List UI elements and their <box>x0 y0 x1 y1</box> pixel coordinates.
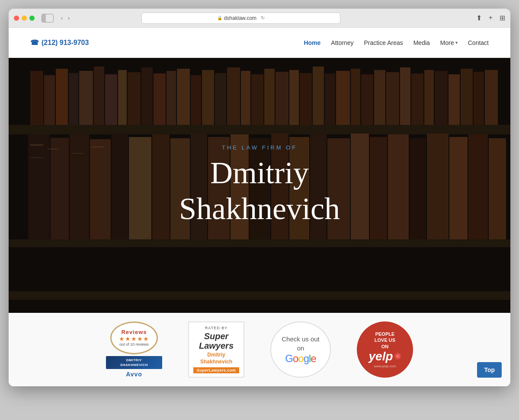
nav-more-dropdown[interactable]: More ▾ <box>440 39 458 46</box>
phone-icon: ☎ <box>30 38 39 47</box>
site-nav: Home Attorney Practice Areas Media More … <box>304 39 489 46</box>
yelp-text: yelp <box>368 350 393 363</box>
google-line1: Check us out <box>282 334 320 344</box>
refresh-icon[interactable]: ↻ <box>261 15 265 21</box>
nav-home[interactable]: Home <box>304 39 320 46</box>
yelp-website: www.yelp.com <box>374 364 396 368</box>
browser-window: ‹ › 🔒 dshaklaw.com ↻ ⬆ + ⊞ ☎ (212) 913-9… <box>9 9 510 386</box>
dot-minimize[interactable] <box>22 16 27 21</box>
avvo-count: out of 10 reviews <box>119 342 149 347</box>
nav-more-label: More <box>440 39 454 46</box>
g-letter-4: g <box>304 353 309 364</box>
yelp-line1: PEOPLE <box>375 331 395 337</box>
yelp-burst-icon: ✳ <box>394 351 401 362</box>
phone-number: ☎ (212) 913-9703 <box>30 38 89 47</box>
site-header: ☎ (212) 913-9703 Home Attorney Practice … <box>9 28 510 58</box>
browser-actions: ⬆ + ⊞ <box>476 14 505 22</box>
g-letter-3: o <box>298 353 303 364</box>
google-wordmark: Google <box>285 353 316 365</box>
tabs-icon[interactable]: ⊞ <box>500 14 505 22</box>
chevron-down-icon: ▾ <box>455 40 458 45</box>
yelp-people-love: PEOPLE LOVE US ON <box>375 331 395 350</box>
super-lawyers-badge[interactable]: RATED BY Super Lawyers Dmitriy Shakhnevi… <box>188 321 244 378</box>
dot-maximize[interactable] <box>29 16 35 21</box>
browser-dots <box>14 16 35 21</box>
hero-subtitle: THE LAW FIRM OF <box>222 144 297 151</box>
hero-title: Dmitriy Shakhnevich <box>179 155 340 227</box>
sl-title: Super Lawyers <box>193 331 239 350</box>
top-button[interactable]: Top <box>477 362 502 378</box>
forward-button[interactable]: › <box>66 15 72 21</box>
yelp-badge-content: PEOPLE LOVE US ON yelp ✳ www.yelp.com <box>357 321 413 378</box>
yelp-badge[interactable]: PEOPLE LOVE US ON yelp ✳ www.yelp.com <box>357 321 413 378</box>
avvo-badge[interactable]: Reviews ★★★★★ out of 10 reviews DMITRIY … <box>106 321 162 378</box>
browser-titlebar: ‹ › 🔒 dshaklaw.com ↻ ⬆ + ⊞ <box>9 9 510 28</box>
nav-attorney[interactable]: Attorney <box>331 39 353 46</box>
nav-practice-areas[interactable]: Practice Areas <box>364 39 403 46</box>
avvo-reviews-label: Reviews <box>121 329 147 335</box>
sl-name: Dmitriy Shakhnevich <box>193 352 239 365</box>
address-bar[interactable]: 🔒 dshaklaw.com ↻ <box>141 13 340 24</box>
google-line2: on <box>282 344 320 353</box>
super-lawyers-content: RATED BY Super Lawyers Dmitriy Shakhnevi… <box>188 321 244 378</box>
google-badge-content: Check us out on Google <box>270 321 331 378</box>
hero-section: THE LAW FIRM OF Dmitriy Shakhnevich <box>9 58 510 313</box>
new-tab-icon[interactable]: + <box>489 14 493 22</box>
website-content: ☎ (212) 913-9703 Home Attorney Practice … <box>9 28 510 386</box>
sl-rated-by: RATED BY <box>205 326 227 330</box>
phone-text[interactable]: (212) 913-9703 <box>42 39 89 47</box>
avvo-circle: Reviews ★★★★★ out of 10 reviews <box>110 321 158 354</box>
yelp-line3: ON <box>375 344 395 350</box>
g-letter-1: G <box>285 353 293 364</box>
share-icon[interactable]: ⬆ <box>476 14 482 22</box>
google-check-text: Check us out on <box>282 334 320 353</box>
g-letter-2: o <box>293 353 298 364</box>
hero-title-line1: Dmitriy <box>210 156 309 190</box>
yelp-line2: LOVE US <box>375 337 395 343</box>
back-button[interactable]: ‹ <box>59 15 65 21</box>
g-letter-6: e <box>311 353 316 364</box>
badges-row: Reviews ★★★★★ out of 10 reviews DMITRIY … <box>9 313 510 386</box>
sl-website: SuperLawyers.com <box>193 367 240 373</box>
hero-title-line2: Shakhnevich <box>179 191 340 226</box>
avvo-stars: ★★★★★ <box>119 335 149 342</box>
avvo-badge-content: Reviews ★★★★★ out of 10 reviews DMITRIY … <box>106 321 162 378</box>
dot-close[interactable] <box>14 16 19 21</box>
lock-icon: 🔒 <box>217 16 222 20</box>
url-text: dshaklaw.com <box>224 15 256 21</box>
nav-media[interactable]: Media <box>413 39 430 46</box>
google-badge[interactable]: Check us out on Google <box>270 321 331 378</box>
hero-content: THE LAW FIRM OF Dmitriy Shakhnevich <box>9 58 510 313</box>
yelp-wordmark: yelp ✳ <box>368 350 401 363</box>
browser-nav-buttons: ‹ › <box>59 15 72 21</box>
avvo-wordmark: Avvo <box>126 371 142 378</box>
avvo-ribbon: DMITRIY SHAKHNEVICH <box>106 356 162 369</box>
nav-contact[interactable]: Contact <box>468 39 489 46</box>
sidebar-toggle-button[interactable] <box>42 14 54 22</box>
